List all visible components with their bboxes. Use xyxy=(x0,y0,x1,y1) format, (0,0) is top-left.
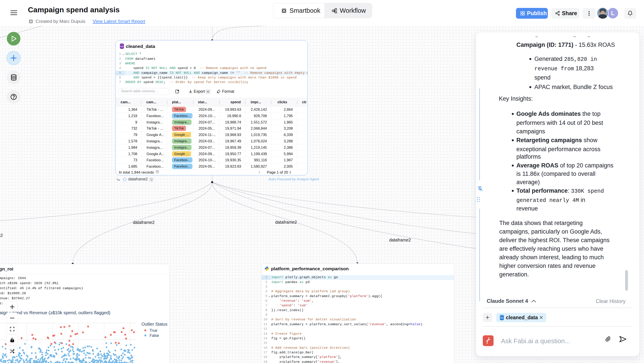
svg-text:SQL: SQL xyxy=(500,317,504,319)
svg-text:SQL: SQL xyxy=(120,46,124,48)
